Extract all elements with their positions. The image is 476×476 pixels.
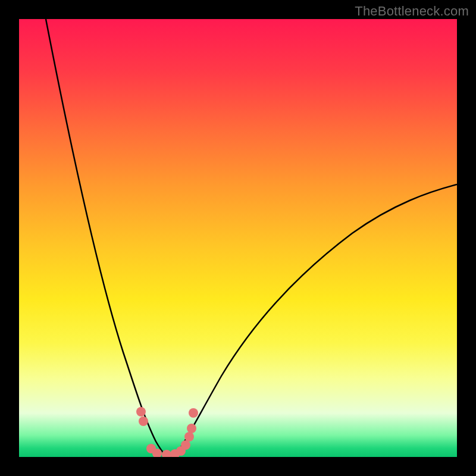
curve-left-branch xyxy=(46,19,168,457)
chart-frame xyxy=(19,19,457,457)
svg-point-9 xyxy=(187,424,196,433)
svg-point-0 xyxy=(136,407,146,416)
svg-point-10 xyxy=(189,408,198,418)
watermark-text: TheBottleneck.com xyxy=(355,4,469,19)
chart-svg xyxy=(19,19,457,457)
svg-point-4 xyxy=(162,450,171,457)
curve-right-branch xyxy=(174,184,457,457)
dots-near-minimum xyxy=(136,407,198,457)
svg-point-7 xyxy=(181,440,190,450)
svg-point-8 xyxy=(184,432,194,441)
svg-point-1 xyxy=(139,416,148,426)
